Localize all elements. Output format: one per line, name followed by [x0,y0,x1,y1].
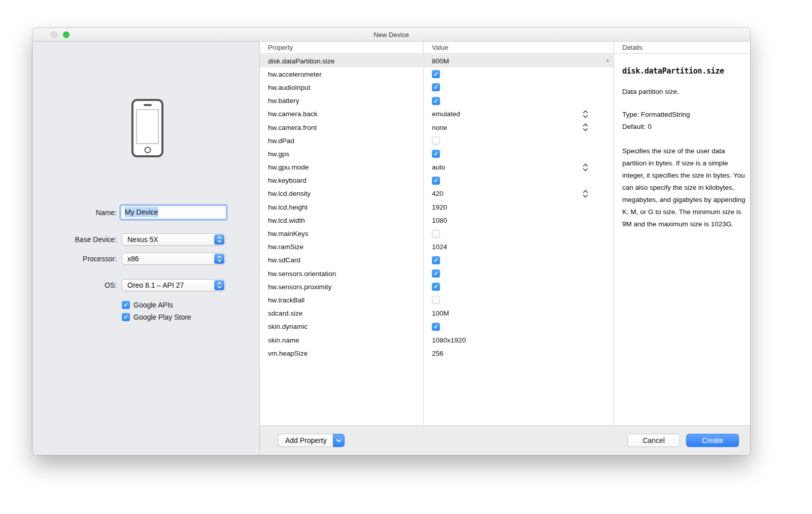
up-down-chevrons-icon [214,234,224,245]
value-text[interactable]: 800M [432,57,449,65]
value-checkbox[interactable]: ✓ [432,70,440,78]
property-value-cell[interactable]: ✓ [424,67,614,81]
new-device-dialog: New Device Name: My Device Base Device: … [32,28,750,455]
property-value-cell[interactable]: 1080x1920 [424,333,614,347]
property-value-cell[interactable]: 100M [424,307,614,320]
add-property-button[interactable]: Add Property [278,434,345,447]
property-value-cell[interactable] [424,134,614,147]
value-text[interactable]: 256 [432,350,444,357]
property-value-cell[interactable] [424,227,614,240]
property-value-cell[interactable]: 800M✕ [424,54,614,67]
value-checkbox[interactable]: ✓ [432,177,440,185]
table-row[interactable]: hw.keyboard✓ [260,174,614,187]
value-text: emulated [432,110,460,118]
remove-value-icon[interactable]: ✕ [605,58,610,63]
base-device-select[interactable]: Nexus 5X [122,233,225,246]
value-checkbox[interactable]: ✓ [432,83,440,91]
value-checkbox[interactable]: ✓ [432,283,440,291]
stepper-icon[interactable] [583,189,588,198]
table-row[interactable]: hw.lcd.height1920 [260,200,614,214]
property-value-cell[interactable]: 256 [424,347,614,360]
google-apis-checkbox-row[interactable]: ✓ Google APIs [122,300,173,310]
table-row[interactable]: hw.trackBall [260,293,614,306]
google-play-store-checkbox-row[interactable]: ✓ Google Play Store [122,313,191,322]
property-value-cell[interactable]: ✓ [424,94,614,108]
table-row[interactable]: disk.dataPartition.size800M✕ [260,54,614,67]
table-row[interactable]: hw.audioInput✓ [260,81,614,94]
create-button[interactable]: Create [686,434,739,447]
table-row[interactable]: hw.dPad [260,134,614,147]
table-row[interactable]: vm.heapSize256 [260,347,614,360]
table-row[interactable]: hw.gpu.modeauto [260,161,614,174]
property-value-cell[interactable]: 1024 [424,241,614,254]
property-value-cell[interactable]: 420 [424,187,614,200]
stepper-icon[interactable] [583,163,588,172]
property-name: hw.gps [260,150,424,158]
cancel-button[interactable]: Cancel [627,434,680,447]
property-value-cell[interactable]: ✓ [424,267,614,280]
table-row[interactable]: hw.camera.frontnone [260,121,614,134]
table-row[interactable]: hw.lcd.density420 [260,187,614,200]
property-value-cell[interactable]: 1080 [424,214,614,227]
stepper-icon[interactable] [583,123,588,132]
property-value-cell[interactable]: ✓ [424,280,614,293]
os-select[interactable]: Oreo 8.1 – API 27 [122,279,225,291]
table-row[interactable]: sdcard.size100M [260,307,614,320]
os-value: Oreo 8.1 – API 27 [127,281,184,289]
value-checkbox[interactable]: ✓ [432,150,440,158]
property-value-cell[interactable]: ✓ [424,254,614,267]
property-value-cell[interactable]: 1920 [424,200,614,214]
base-device-value: Nexus 5X [127,235,158,244]
name-input[interactable]: My Device [121,205,226,219]
table-header: Property Value [260,42,614,54]
property-value-cell[interactable]: emulated [424,108,614,121]
google-apis-checkbox[interactable]: ✓ [122,301,130,309]
details-column-header: Details [614,42,750,54]
property-value-cell[interactable]: auto [424,161,614,174]
table-row[interactable]: skin.name1080x1920 [260,333,614,347]
table-row[interactable]: hw.ramSize1024 [260,241,614,254]
table-row[interactable]: hw.sdCard✓ [260,254,614,267]
property-name: hw.sensors.orientation [260,270,424,278]
details-default-line: Default: 0 [622,121,746,133]
chevron-down-icon[interactable] [333,434,345,447]
value-text[interactable]: 1920 [432,203,447,211]
table-row[interactable]: hw.battery✓ [260,94,614,108]
table-row[interactable]: hw.accelerometer✓ [260,67,614,81]
table-row[interactable]: hw.mainKeys [260,227,614,240]
table-row[interactable]: hw.camera.backemulated [260,108,614,121]
details-summary: Data partition size. [622,88,746,95]
google-play-store-checkbox[interactable]: ✓ [122,313,130,321]
value-checkbox[interactable] [432,296,440,304]
value-checkbox[interactable]: ✓ [432,269,440,278]
property-value-cell[interactable]: ✓ [424,147,614,160]
value-checkbox[interactable]: ✓ [432,323,440,331]
processor-select[interactable]: x86 [122,253,225,265]
table-row[interactable]: hw.sensors.proximity✓ [260,280,614,293]
table-row[interactable]: hw.lcd.width1080 [260,214,614,227]
property-value-cell[interactable]: none [424,121,614,134]
property-value-cell[interactable] [424,293,614,306]
value-checkbox[interactable] [432,136,440,145]
property-name: hw.sensors.proximity [260,283,424,291]
value-checkbox[interactable] [432,230,440,238]
stepper-icon[interactable] [583,110,588,118]
value-text: auto [432,163,445,171]
value-checkbox[interactable]: ✓ [432,97,440,105]
value-text[interactable]: 1080 [432,217,447,224]
table-row[interactable]: hw.sensors.orientation✓ [260,267,614,280]
property-value-cell[interactable]: ✓ [424,81,614,94]
value-text[interactable]: 1024 [432,243,447,251]
device-config-panel: Name: My Device Base Device: Nexus 5X Pr… [32,42,260,455]
table-row[interactable]: hw.gps✓ [260,147,614,160]
value-checkbox[interactable]: ✓ [432,256,440,264]
property-name: hw.camera.front [260,124,424,131]
value-text[interactable]: 1080x1920 [432,336,466,344]
property-name: hw.ramSize [260,243,424,251]
table-row[interactable]: skin.dynamic✓ [260,320,614,333]
property-value-cell[interactable]: ✓ [424,174,614,187]
property-name: hw.sdCard [260,256,424,264]
property-value-cell[interactable]: ✓ [424,320,614,333]
value-text[interactable]: 100M [432,310,449,317]
name-input-selected-text: My Device [124,207,158,217]
